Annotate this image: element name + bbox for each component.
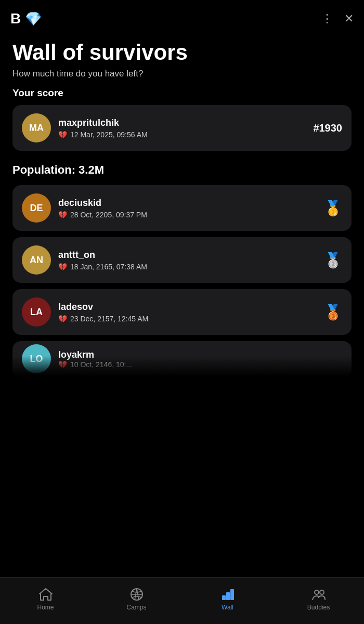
card-date: 💔 10 Oct, 2146, 10:... — [58, 360, 342, 369]
card-info: loyakrm 💔 10 Oct, 2146, 10:... — [58, 349, 342, 369]
broken-heart-icon: 💔 — [58, 211, 67, 219]
leaderboard-card-2[interactable]: AN anttt_on 💔 18 Jan, 2165, 07:38 AM 🥈 — [12, 237, 352, 283]
broken-heart-icon: 💔 — [58, 263, 67, 271]
nav-label-buddies: Buddies — [307, 604, 330, 611]
broken-heart-icon: 💔 — [58, 360, 67, 369]
user-score-card[interactable]: MA maxpritulchik 💔 12 Mar, 2025, 09:56 A… — [12, 105, 352, 151]
population-label: Population: 3.2M — [12, 163, 352, 177]
avatar: MA — [22, 113, 51, 142]
card-date: 💔 23 Dec, 2157, 12:45 AM — [58, 315, 317, 323]
user-rank: #1930 — [313, 122, 342, 134]
page-title: Wall of survivors — [12, 41, 352, 64]
buddies-icon — [311, 587, 326, 602]
card-info: ladesov 💔 23 Dec, 2157, 12:45 AM — [58, 302, 317, 323]
header: B 💎 ⋮ ✕ — [0, 0, 364, 35]
card-info: deciuskid 💔 28 Oct, 2205, 09:37 PM — [58, 198, 317, 219]
svg-rect-7 — [230, 589, 234, 600]
username: maxpritulchik — [58, 118, 306, 128]
header-right: ⋮ ✕ — [321, 12, 354, 25]
header-left: B 💎 — [10, 10, 42, 27]
svg-rect-5 — [222, 595, 226, 600]
date-text: 28 Oct, 2205, 09:37 PM — [70, 211, 147, 219]
user-card-info: maxpritulchik 💔 12 Mar, 2025, 09:56 AM — [58, 118, 306, 139]
leaderboard-card-1[interactable]: DE deciuskid 💔 28 Oct, 2205, 09:37 PM 🥇 — [12, 185, 352, 231]
bronze-medal-icon: 🥉 — [324, 304, 342, 321]
svg-point-8 — [315, 590, 319, 594]
avatar: LO — [22, 344, 51, 373]
nav-label-camps: Camps — [126, 604, 146, 611]
close-icon[interactable]: ✕ — [344, 12, 354, 25]
page-subtitle: How much time do you have left? — [12, 69, 352, 79]
date-text: 12 Mar, 2025, 09:56 AM — [70, 131, 148, 139]
camps-icon — [129, 587, 144, 602]
gold-medal-icon: 🥇 — [324, 200, 342, 217]
nav-label-home: Home — [37, 604, 54, 611]
nav-item-camps[interactable]: Camps — [91, 587, 182, 611]
username: loyakrm — [58, 349, 342, 360]
svg-point-9 — [320, 590, 324, 594]
more-options-icon[interactable]: ⋮ — [321, 12, 334, 25]
date-text: 10 Oct, 2146, 10:... — [70, 360, 132, 369]
partial-content: LO loyakrm 💔 10 Oct, 2146, 10:... — [22, 344, 342, 373]
your-score-label: Your score — [12, 87, 352, 99]
bottom-nav: Home Camps Wall Buddies — [0, 577, 364, 624]
app-logo: B — [10, 10, 21, 27]
broken-heart-icon: 💔 — [58, 131, 67, 139]
nav-label-wall: Wall — [222, 604, 233, 611]
username: deciuskid — [58, 198, 317, 209]
card-info: anttt_on 💔 18 Jan, 2165, 07:38 AM — [58, 250, 317, 271]
date-text: 18 Jan, 2165, 07:38 AM — [70, 263, 147, 271]
avatar: DE — [22, 193, 51, 223]
diamond-icon: 💎 — [25, 11, 42, 27]
leaderboard-card-4[interactable]: LO loyakrm 💔 10 Oct, 2146, 10:... — [12, 341, 352, 376]
username: anttt_on — [58, 250, 317, 261]
date-text: 23 Dec, 2157, 12:45 AM — [70, 315, 148, 323]
svg-rect-6 — [226, 592, 230, 600]
card-date: 💔 18 Jan, 2165, 07:38 AM — [58, 263, 317, 271]
main-content: Wall of survivors How much time do you h… — [0, 35, 364, 376]
svg-marker-0 — [40, 589, 52, 600]
silver-medal-icon: 🥈 — [324, 252, 342, 269]
nav-item-home[interactable]: Home — [0, 587, 91, 611]
user-date: 💔 12 Mar, 2025, 09:56 AM — [58, 131, 306, 139]
nav-item-buddies[interactable]: Buddies — [273, 587, 364, 611]
wall-icon — [220, 587, 235, 602]
broken-heart-icon: 💔 — [58, 315, 67, 323]
home-icon — [38, 587, 53, 602]
avatar: AN — [22, 245, 51, 275]
leaderboard-card-3[interactable]: LA ladesov 💔 23 Dec, 2157, 12:45 AM 🥉 — [12, 289, 352, 335]
card-date: 💔 28 Oct, 2205, 09:37 PM — [58, 211, 317, 219]
avatar: LA — [22, 297, 51, 327]
nav-item-wall[interactable]: Wall — [182, 587, 273, 611]
username: ladesov — [58, 302, 317, 313]
